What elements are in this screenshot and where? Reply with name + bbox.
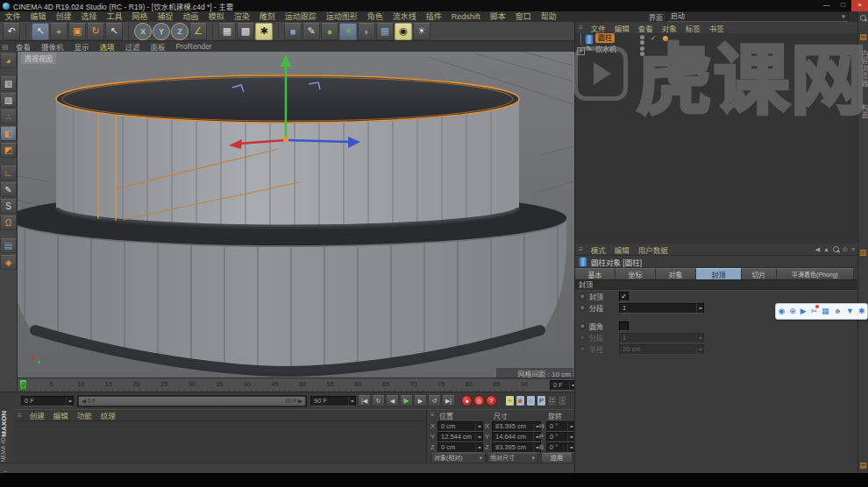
- go-to-end-button[interactable]: ▶|: [442, 395, 455, 406]
- close-button[interactable]: ×: [851, 0, 868, 11]
- menu-item-7[interactable]: 动画: [178, 11, 203, 22]
- loop-mode-button[interactable]: ↺: [428, 395, 441, 406]
- keyframe-selection-button[interactable]: ?: [486, 395, 497, 406]
- polygons-mode-icon[interactable]: ◩: [0, 143, 17, 158]
- panel-layout-icon[interactable]: ▤: [0, 43, 11, 51]
- ime-logo-icon[interactable]: ◉: [778, 305, 785, 318]
- viewport-menu-0[interactable]: 查看: [11, 41, 36, 52]
- visibility-dots[interactable]: [640, 46, 644, 51]
- size-Y-field[interactable]: 14.644 cm: [492, 432, 541, 442]
- stepper-arrows-icon[interactable]: [475, 433, 482, 441]
- back-arrow-icon[interactable]: ◀: [815, 246, 820, 253]
- ruler-frame-field[interactable]: 0 F: [550, 380, 574, 391]
- menu-item-13[interactable]: 角色: [362, 11, 388, 22]
- model-mode-icon[interactable]: ▧: [0, 76, 17, 91]
- stepper-arrows-icon[interactable]: [475, 443, 482, 452]
- add-camera-icon[interactable]: ◉: [395, 23, 412, 40]
- rotate-icon[interactable]: ↻: [87, 23, 104, 40]
- add-environment-icon[interactable]: ◗: [358, 23, 375, 40]
- object-label-selected[interactable]: 圆柱: [595, 33, 615, 43]
- material-menu-1[interactable]: 编辑: [49, 410, 73, 420]
- hamburger-icon[interactable]: ≡: [575, 24, 587, 32]
- timeline-ruler[interactable]: 0 F 051015202530354045505560657075808590: [18, 378, 574, 392]
- menu-item-9[interactable]: 渲染: [229, 11, 254, 22]
- object-manager-menu-0[interactable]: 文件: [587, 23, 610, 33]
- timeline-scrollbar-thumb[interactable]: ◀ 0 F 90 F ▶: [79, 397, 305, 406]
- workplane-lock-icon[interactable]: ◈: [0, 255, 17, 270]
- timeline-scrollbar[interactable]: ◀ 0 F 90 F ▶: [77, 395, 307, 407]
- make-editable-icon[interactable]: ◕: [0, 53, 17, 68]
- dock-tab-icon[interactable]: ▥: [859, 248, 867, 257]
- scale-icon[interactable]: ▣: [68, 23, 86, 40]
- material-menu-2[interactable]: 功能: [73, 410, 96, 420]
- expand-toggle[interactable]: +: [577, 47, 585, 55]
- viewport-menu-4[interactable]: 过滤: [120, 41, 146, 52]
- play-forward-button[interactable]: ▶: [400, 395, 413, 406]
- position-X-field[interactable]: 0 cm: [438, 421, 483, 432]
- keyframe-presets-button[interactable]: ⋮: [558, 395, 567, 406]
- render-view-icon[interactable]: ▦: [218, 23, 236, 40]
- viewport-menu-1[interactable]: 摄像机: [36, 41, 69, 52]
- object-manager-menu-3[interactable]: 对象: [658, 23, 681, 33]
- position-Z-field[interactable]: 0 cm: [438, 442, 483, 453]
- viewport-solo-icon[interactable]: ✎: [0, 182, 17, 197]
- position-Y-field[interactable]: 12.544 cm: [438, 432, 483, 442]
- list-icon[interactable]: ≡: [851, 246, 855, 252]
- undo-icon[interactable]: ↶: [3, 23, 20, 40]
- add-spline-icon[interactable]: ✎: [302, 23, 320, 40]
- stepper-arrows-icon[interactable]: [66, 397, 73, 406]
- add-floor-icon[interactable]: ▦: [376, 23, 394, 40]
- enable-dot-icon[interactable]: [580, 293, 586, 300]
- enable-dot-icon[interactable]: [580, 305, 586, 311]
- attribute-menu-0[interactable]: 模式: [587, 244, 610, 255]
- magnet-icon[interactable]: Ω: [0, 215, 17, 230]
- menu-item-8[interactable]: 模拟: [203, 11, 229, 22]
- attr-field-分段[interactable]: 1: [619, 333, 704, 343]
- dock-tab-icon[interactable]: ▤: [859, 461, 867, 469]
- object-manager-menu-1[interactable]: 编辑: [610, 23, 634, 33]
- menu-item-2[interactable]: 创建: [51, 11, 76, 22]
- enable-dot-icon[interactable]: [580, 335, 586, 341]
- attribute-menu-2[interactable]: 用户数据: [634, 244, 672, 255]
- size-X-field[interactable]: 83.395 cm: [492, 421, 541, 432]
- ime-mode-icon[interactable]: ⊕: [789, 305, 796, 318]
- points-mode-icon[interactable]: ∴: [0, 109, 17, 124]
- play-cycle-button[interactable]: ↻: [372, 395, 385, 406]
- object-manager-menu-2[interactable]: 查看: [634, 23, 658, 33]
- rotation-H-field[interactable]: 0 °: [546, 421, 575, 432]
- menu-item-15[interactable]: 插件: [421, 11, 446, 22]
- add-generator-icon[interactable]: ●: [321, 23, 338, 40]
- object-manager-menu-5[interactable]: 书签: [705, 23, 729, 33]
- menu-item-6[interactable]: 捕捉: [153, 11, 178, 22]
- key-scale-toggle[interactable]: ■: [516, 395, 525, 406]
- object-manager-menu-4[interactable]: 标签: [681, 23, 705, 33]
- menu-item-5[interactable]: 网格: [127, 11, 153, 22]
- next-frame-button[interactable]: ▶: [414, 395, 427, 406]
- coordinate-system-icon[interactable]: ∠: [189, 23, 207, 40]
- stepper-arrows-icon[interactable]: [567, 433, 574, 441]
- menu-item-12[interactable]: 运动图形: [321, 11, 362, 22]
- render-settings-icon[interactable]: ✱: [255, 23, 273, 40]
- menu-item-11[interactable]: 运动跟踪: [280, 11, 321, 22]
- ime-skin-icon[interactable]: ▼: [846, 305, 854, 318]
- search-icon[interactable]: [833, 246, 839, 252]
- viewport-3d-canvas[interactable]: [18, 52, 574, 378]
- enabled-check-icon[interactable]: ✓: [651, 33, 657, 44]
- ime-keyboard-icon[interactable]: ▦: [822, 305, 829, 318]
- current-frame-field[interactable]: 0 F: [21, 396, 74, 406]
- stepper-arrows-icon[interactable]: [567, 443, 574, 452]
- ime-person-icon[interactable]: ☻: [834, 305, 842, 318]
- dock-tab-内容浏览器[interactable]: 内容浏览器: [859, 50, 868, 88]
- enable-dot-icon[interactable]: [580, 323, 586, 329]
- attribute-menu-1[interactable]: 编辑: [610, 244, 634, 255]
- lock-x-axis-icon[interactable]: X: [134, 23, 152, 40]
- stepper-arrows-icon[interactable]: [696, 345, 703, 354]
- menu-item-16[interactable]: Redshift: [446, 11, 485, 22]
- menu-item-3[interactable]: 选择: [76, 11, 102, 22]
- stepper-arrows-icon[interactable]: [696, 304, 703, 313]
- ime-cursor-icon[interactable]: ▶: [800, 305, 807, 318]
- go-to-start-button[interactable]: |◀: [358, 395, 371, 406]
- menu-item-17[interactable]: 脚本: [485, 11, 510, 22]
- autokeying-button[interactable]: ◎: [473, 395, 485, 406]
- layout-preset-dropdown[interactable]: 启动▼: [666, 11, 849, 22]
